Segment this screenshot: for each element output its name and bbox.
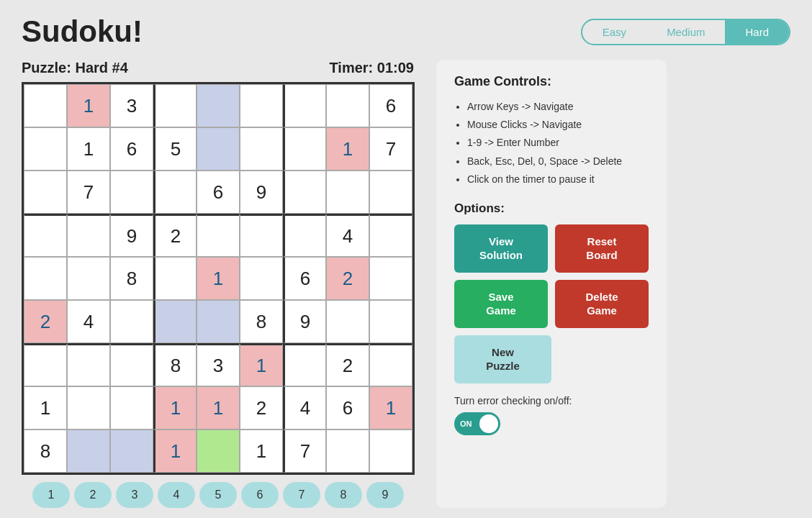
grid-cell[interactable] bbox=[67, 257, 110, 300]
number-button-2[interactable]: 2 bbox=[74, 482, 112, 508]
grid-cell[interactable] bbox=[110, 171, 153, 214]
grid-cell[interactable]: 7 bbox=[67, 171, 110, 214]
grid-cell[interactable] bbox=[24, 257, 67, 300]
number-button-7[interactable]: 7 bbox=[283, 482, 320, 508]
grid-cell[interactable] bbox=[110, 343, 153, 386]
number-button-6[interactable]: 6 bbox=[241, 482, 279, 508]
grid-cell[interactable]: 1 bbox=[153, 430, 197, 473]
grid-cell[interactable] bbox=[153, 171, 197, 214]
grid-cell[interactable] bbox=[67, 386, 110, 430]
reset-board-button[interactable]: ResetBoard bbox=[555, 224, 649, 273]
grid-cell[interactable] bbox=[197, 127, 240, 171]
grid-cell[interactable] bbox=[24, 127, 67, 171]
grid-cell[interactable] bbox=[197, 430, 240, 473]
grid-cell[interactable] bbox=[240, 214, 283, 257]
grid-cell[interactable] bbox=[24, 343, 67, 386]
grid-cell[interactable]: 6 bbox=[110, 127, 153, 171]
grid-cell[interactable] bbox=[240, 84, 283, 127]
grid-cell[interactable] bbox=[110, 430, 153, 473]
grid-cell[interactable] bbox=[153, 300, 197, 343]
number-button-3[interactable]: 3 bbox=[116, 482, 153, 508]
grid-cell[interactable] bbox=[369, 257, 412, 300]
grid-cell[interactable]: 9 bbox=[110, 214, 153, 257]
error-check-toggle[interactable]: ON bbox=[454, 412, 500, 435]
grid-cell[interactable]: 4 bbox=[67, 300, 110, 343]
difficulty-medium[interactable]: Medium bbox=[646, 20, 725, 44]
grid-cell[interactable] bbox=[283, 214, 326, 257]
grid-cell[interactable]: 1 bbox=[67, 84, 110, 127]
grid-cell[interactable]: 4 bbox=[326, 214, 369, 257]
grid-cell[interactable] bbox=[326, 300, 369, 343]
grid-cell[interactable]: 6 bbox=[326, 386, 369, 430]
timer-display[interactable]: Timer: 01:09 bbox=[330, 60, 414, 76]
grid-cell[interactable] bbox=[283, 171, 326, 214]
grid-cell[interactable] bbox=[369, 430, 412, 473]
save-game-button[interactable]: SaveGame bbox=[454, 280, 548, 328]
grid-cell[interactable]: 8 bbox=[240, 300, 283, 343]
view-solution-button[interactable]: ViewSolution bbox=[454, 224, 548, 273]
grid-cell[interactable] bbox=[240, 257, 283, 300]
grid-cell[interactable]: 4 bbox=[283, 386, 326, 430]
grid-cell[interactable]: 2 bbox=[326, 343, 369, 386]
grid-cell[interactable] bbox=[283, 127, 326, 171]
grid-cell[interactable] bbox=[326, 171, 369, 214]
grid-cell[interactable]: 1 bbox=[24, 386, 67, 430]
grid-cell[interactable] bbox=[24, 171, 67, 214]
grid-cell[interactable] bbox=[197, 300, 240, 343]
grid-cell[interactable] bbox=[283, 343, 326, 386]
difficulty-hard[interactable]: Hard bbox=[725, 20, 789, 44]
grid-cell[interactable]: 6 bbox=[283, 257, 326, 300]
grid-cell[interactable] bbox=[240, 127, 283, 171]
grid-cell[interactable] bbox=[67, 430, 110, 473]
new-puzzle-button[interactable]: NewPuzzle bbox=[454, 335, 551, 383]
grid-cell[interactable]: 8 bbox=[24, 430, 67, 473]
grid-cell[interactable]: 8 bbox=[110, 257, 153, 300]
grid-cell[interactable] bbox=[67, 343, 110, 386]
grid-cell[interactable]: 9 bbox=[240, 171, 283, 214]
grid-cell[interactable] bbox=[369, 214, 412, 257]
grid-cell[interactable] bbox=[283, 84, 326, 127]
difficulty-easy[interactable]: Easy bbox=[582, 20, 646, 44]
grid-cell[interactable] bbox=[110, 386, 153, 430]
grid-cell[interactable]: 7 bbox=[283, 430, 326, 473]
grid-cell[interactable]: 2 bbox=[153, 214, 197, 257]
grid-cell[interactable] bbox=[197, 84, 240, 127]
grid-cell[interactable] bbox=[153, 84, 197, 127]
grid-cell[interactable]: 5 bbox=[153, 127, 197, 171]
number-button-1[interactable]: 1 bbox=[32, 482, 70, 508]
grid-cell[interactable]: 1 bbox=[240, 430, 283, 473]
grid-cell[interactable] bbox=[326, 430, 369, 473]
grid-cell[interactable]: 1 bbox=[326, 127, 369, 171]
grid-cell[interactable] bbox=[197, 214, 240, 257]
grid-cell[interactable] bbox=[369, 343, 412, 386]
grid-cell[interactable]: 1 bbox=[67, 127, 110, 171]
grid-cell[interactable]: 2 bbox=[240, 386, 283, 430]
grid-cell[interactable]: 2 bbox=[326, 257, 369, 300]
grid-cell[interactable]: 3 bbox=[197, 343, 240, 386]
grid-cell[interactable] bbox=[67, 214, 110, 257]
grid-cell[interactable]: 7 bbox=[369, 127, 412, 171]
grid-cell[interactable]: 1 bbox=[197, 386, 240, 430]
grid-cell[interactable]: 1 bbox=[369, 386, 412, 430]
grid-cell[interactable] bbox=[369, 300, 412, 343]
grid-cell[interactable] bbox=[24, 214, 67, 257]
grid-cell[interactable]: 1 bbox=[197, 257, 240, 300]
grid-cell[interactable]: 1 bbox=[240, 343, 283, 386]
grid-cell[interactable]: 8 bbox=[153, 343, 197, 386]
grid-cell[interactable] bbox=[326, 84, 369, 127]
number-button-4[interactable]: 4 bbox=[158, 482, 195, 508]
grid-cell[interactable] bbox=[110, 300, 153, 343]
number-button-9[interactable]: 9 bbox=[366, 482, 404, 508]
delete-game-button[interactable]: DeleteGame bbox=[555, 280, 649, 328]
grid-cell[interactable]: 6 bbox=[369, 84, 412, 127]
grid-cell[interactable] bbox=[153, 257, 197, 300]
grid-cell[interactable]: 1 bbox=[153, 386, 197, 430]
grid-cell[interactable]: 2 bbox=[24, 300, 67, 343]
number-button-8[interactable]: 8 bbox=[325, 482, 362, 508]
grid-cell[interactable] bbox=[24, 84, 67, 127]
number-button-5[interactable]: 5 bbox=[199, 482, 237, 508]
grid-cell[interactable]: 6 bbox=[197, 171, 240, 214]
grid-cell[interactable]: 3 bbox=[110, 84, 153, 127]
grid-cell[interactable] bbox=[369, 171, 412, 214]
grid-cell[interactable]: 9 bbox=[283, 300, 326, 343]
